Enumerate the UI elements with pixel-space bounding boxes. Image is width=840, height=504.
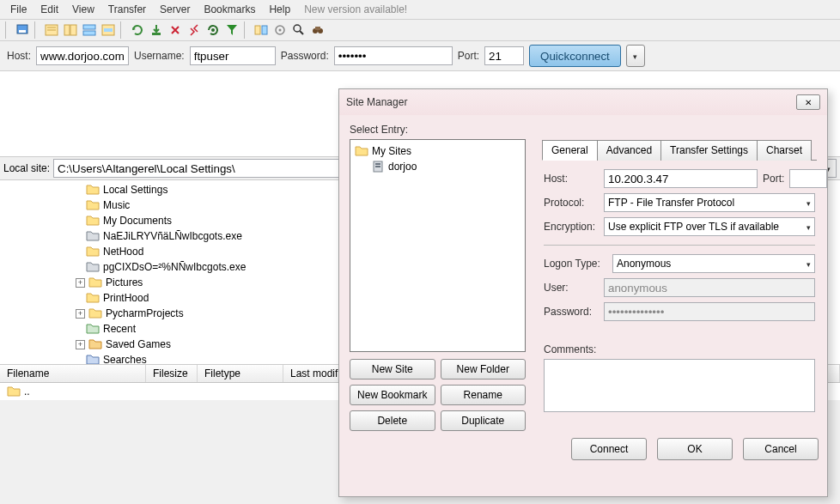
toggle-log-icon[interactable] (43, 21, 60, 39)
form-port-input[interactable] (789, 169, 827, 188)
svg-rect-13 (255, 26, 260, 34)
tree-item-label: Saved Games (106, 338, 171, 350)
folder-icon (86, 353, 100, 365)
connect-button[interactable]: Connect (571, 438, 647, 460)
form-comments-input[interactable] (544, 359, 815, 412)
cancel-button[interactable]: Cancel (743, 438, 819, 460)
disconnect-icon[interactable] (186, 21, 203, 39)
folder-icon (88, 307, 102, 320)
form-user-label: User: (544, 282, 599, 294)
divider (544, 245, 815, 246)
site-tree-root-label: My Sites (372, 145, 411, 157)
folder-icon (86, 245, 100, 258)
tree-item-label: NaEJiLRYVñäLÑwIbcgots.exe (103, 230, 242, 242)
folder-icon (88, 337, 102, 351)
menu-server[interactable]: Server (153, 2, 197, 17)
form-port-label: Port: (763, 173, 784, 185)
col-filesize[interactable]: Filesize (146, 365, 198, 382)
folder-icon (355, 144, 368, 158)
menu-edit[interactable]: Edit (33, 2, 65, 17)
tab-transfer-settings[interactable]: Transfer Settings (660, 140, 758, 161)
duplicate-button[interactable]: Duplicate (441, 410, 527, 431)
folder-icon (86, 229, 100, 243)
svg-rect-6 (70, 25, 76, 35)
quickconnect-button[interactable]: Quickconnect (529, 45, 621, 67)
port-input[interactable] (484, 46, 524, 65)
menu-view[interactable]: View (65, 2, 101, 17)
svg-rect-1 (19, 30, 26, 33)
col-filetype[interactable]: Filetype (198, 365, 283, 382)
tree-item-label: PrintHood (103, 292, 149, 304)
site-tree-item[interactable]: dorjoo (354, 159, 521, 174)
tab-charset[interactable]: Charset (757, 140, 812, 161)
folder-icon (86, 183, 100, 197)
form-user-input (604, 278, 815, 297)
ok-button[interactable]: OK (657, 438, 733, 460)
menu-new-version[interactable]: New version available! (297, 2, 414, 17)
new-bookmark-button[interactable]: New Bookmark (350, 385, 435, 405)
form-encryption-label: Encryption: (544, 221, 599, 233)
form-logon-select[interactable]: Anonymous (612, 254, 815, 273)
form-protocol-select[interactable]: FTP - File Transfer Protocol (604, 193, 815, 212)
svg-rect-21 (315, 27, 320, 30)
username-input[interactable] (190, 46, 276, 65)
cancel-icon[interactable] (167, 21, 184, 39)
search-icon[interactable] (290, 21, 307, 39)
site-manager-dialog: Site Manager ✕ Select Entry: My Sites do… (338, 88, 828, 497)
svg-point-17 (294, 25, 301, 32)
delete-button[interactable]: Delete (350, 410, 435, 431)
toggle-localtree-icon[interactable] (62, 21, 79, 39)
refresh-icon[interactable] (129, 21, 146, 39)
site-tree[interactable]: My Sites dorjoo (350, 139, 526, 352)
form-logon-label: Logon Type: (544, 258, 607, 270)
expander-icon[interactable]: + (76, 309, 85, 319)
site-tree-root[interactable]: My Sites (354, 143, 521, 159)
new-folder-button[interactable]: New Folder (441, 359, 527, 380)
process-queue-icon[interactable] (148, 21, 165, 39)
username-label: Username: (134, 50, 185, 62)
reconnect-icon[interactable] (204, 21, 222, 39)
compare-icon[interactable] (253, 21, 270, 39)
svg-rect-11 (152, 33, 161, 35)
folder-icon (86, 322, 100, 336)
toolbar-grip (5, 21, 10, 39)
host-input[interactable] (36, 46, 129, 65)
close-icon: ✕ (805, 98, 812, 107)
svg-rect-5 (64, 25, 70, 35)
tree-item-label: PycharmProjects (106, 307, 184, 319)
form-encryption-select[interactable]: Use explicit FTP over TLS if available (604, 217, 815, 236)
menu-file[interactable]: File (3, 2, 33, 17)
tab-advanced[interactable]: Advanced (597, 140, 661, 161)
tree-item-label: Pictures (106, 276, 143, 288)
folder-icon (86, 214, 100, 228)
expander-icon[interactable]: + (76, 340, 85, 349)
menu-bookmarks[interactable]: Bookmarks (197, 2, 262, 17)
tab-general[interactable]: General (542, 140, 598, 161)
form-host-input[interactable] (604, 169, 758, 188)
binoculars-icon[interactable] (309, 21, 326, 39)
sync-icon[interactable] (271, 21, 289, 39)
toggle-remotetree-icon[interactable] (81, 21, 98, 39)
close-button[interactable]: ✕ (796, 94, 820, 110)
chevron-down-icon (807, 221, 811, 233)
titlebar[interactable]: Site Manager ✕ (339, 89, 827, 115)
filter-icon[interactable] (223, 21, 240, 39)
password-input[interactable] (334, 46, 453, 65)
rename-button[interactable]: Rename (441, 385, 527, 405)
chevron-down-icon (807, 197, 811, 209)
folder-icon (88, 276, 102, 289)
menu-transfer[interactable]: Transfer (101, 2, 153, 17)
form-host-label: Host: (544, 173, 599, 185)
folder-icon (7, 385, 21, 398)
quickconnect-dropdown[interactable] (626, 45, 645, 67)
folder-icon (86, 198, 100, 212)
svg-rect-24 (375, 166, 380, 167)
col-filename[interactable]: Filename (0, 365, 146, 382)
menubar: File Edit View Transfer Server Bookmarks… (0, 0, 840, 20)
tree-item-label: Local Settings (103, 184, 167, 196)
toggle-queue-icon[interactable] (100, 21, 117, 39)
menu-help[interactable]: Help (262, 2, 297, 17)
expander-icon[interactable]: + (76, 278, 85, 288)
new-site-button[interactable]: New Site (350, 359, 435, 380)
sitemanager-icon[interactable] (14, 21, 31, 39)
